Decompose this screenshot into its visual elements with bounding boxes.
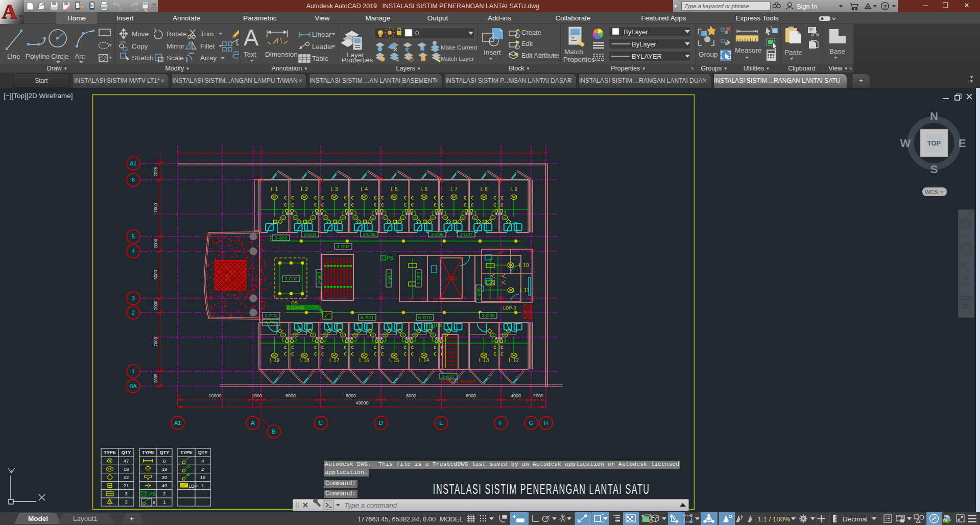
svg-text:TYPE: TYPE (180, 450, 193, 455)
svg-text:3-G07: 3-G07 (460, 232, 472, 237)
svg-text:A: A (2, 0, 17, 23)
svg-text:0A: 0A (130, 383, 137, 389)
svg-text:Linear: Linear (312, 31, 331, 38)
svg-text:I. 19: I. 19 (270, 357, 280, 363)
svg-text:1:1 / 100%: 1:1 / 100% (757, 515, 791, 523)
svg-text:G: G (529, 420, 534, 426)
svg-text:I. 15: I. 15 (389, 357, 399, 363)
svg-text:177663.45, 65382.84, 0.00: 177663.45, 65382.84, 0.00 (357, 515, 436, 523)
svg-text:MODEL: MODEL (440, 515, 463, 523)
svg-text:7600: 7600 (153, 337, 158, 346)
svg-text:I. 18: I. 18 (299, 357, 309, 363)
svg-text:21: 21 (124, 483, 129, 488)
svg-text:0: 0 (415, 29, 419, 37)
svg-text:Match: Match (564, 48, 583, 56)
svg-text:3-G08: 3-G08 (476, 287, 482, 300)
svg-text:Measure: Measure (735, 46, 762, 54)
svg-text:40: 40 (162, 483, 168, 488)
svg-text:6: 6 (132, 177, 135, 183)
svg-text:QTY: QTY (198, 450, 208, 455)
svg-text:1: 1 (201, 483, 204, 488)
svg-text:Layout1: Layout1 (73, 515, 98, 522)
svg-text:Array: Array (200, 54, 217, 62)
svg-text:INSTALASI SISTIM PENERANGAN: INSTALASI SISTIM PENERANGAN LANTAI SATU (433, 482, 650, 497)
svg-text:2-G08: 2-G08 (317, 272, 322, 284)
svg-text:PS: PS (436, 322, 443, 328)
svg-text:Leader: Leader (312, 43, 334, 51)
svg-text:I. 5: I. 5 (391, 186, 398, 192)
svg-text:2035: 2035 (153, 166, 158, 176)
svg-text:+: + (130, 515, 134, 522)
svg-text:TYPE: TYPE (104, 450, 116, 455)
svg-text:K-G11: K-G11 (361, 315, 373, 320)
svg-text:1000: 1000 (252, 393, 262, 398)
svg-text:2: 2 (132, 309, 135, 316)
svg-text:LDP-3: LDP-3 (503, 305, 516, 311)
svg-text:LDP: LDP (188, 484, 198, 489)
svg-text:E: E (439, 420, 443, 426)
svg-text:Fillet: Fillet (200, 42, 215, 50)
svg-text:WCS: WCS (925, 189, 938, 195)
svg-text:QTY: QTY (160, 450, 170, 455)
svg-text:DARI LT. DASAR: DARI LT. DASAR (442, 379, 475, 384)
svg-text:Trim: Trim (200, 30, 214, 38)
svg-text:Edit: Edit (521, 40, 533, 47)
svg-text:Properties: Properties (342, 56, 373, 63)
svg-text:19: 19 (200, 474, 206, 480)
svg-text:2000: 2000 (533, 393, 543, 398)
svg-text:H: H (544, 420, 548, 426)
svg-text:I. 12: I. 12 (509, 357, 519, 363)
svg-text:49000: 49000 (355, 400, 368, 405)
svg-text:8000: 8000 (406, 393, 416, 398)
svg-text:I. 10: I. 10 (519, 262, 529, 268)
svg-text:Move: Move (132, 30, 149, 38)
svg-text:B: B (272, 428, 276, 435)
svg-text:Mirror: Mirror (166, 42, 185, 50)
svg-text:TYPE: TYPE (142, 450, 154, 455)
svg-text:CS: CS (291, 300, 298, 305)
svg-text:Group: Group (699, 51, 718, 58)
svg-text:A: A (244, 26, 259, 50)
svg-text:I. 16: I. 16 (359, 357, 369, 363)
svg-text:Decimal: Decimal (843, 515, 868, 523)
svg-text:QTY: QTY (122, 450, 131, 455)
svg-text:2: 2 (201, 466, 204, 472)
svg-text:TOP: TOP (927, 139, 941, 147)
svg-text:2: 2 (163, 491, 165, 496)
svg-text:1: 1 (163, 499, 165, 505)
svg-text:Stretch: Stretch (132, 54, 154, 62)
svg-text:W: W (900, 137, 911, 150)
svg-text:I. 13: I. 13 (479, 357, 489, 363)
svg-text:A: A (251, 420, 255, 426)
svg-text:3-G02: 3-G02 (337, 244, 349, 249)
svg-text:I. 6: I. 6 (420, 186, 427, 192)
svg-text:I. 2: I. 2 (301, 186, 308, 192)
svg-text:2000: 2000 (153, 300, 158, 310)
svg-text:3-G03: 3-G03 (274, 235, 287, 241)
svg-text:Properties: Properties (563, 56, 595, 63)
svg-text:I. 8: I. 8 (481, 186, 488, 192)
svg-text:Create: Create (521, 29, 541, 36)
svg-text:C: C (319, 420, 323, 426)
svg-text:I. 17: I. 17 (329, 357, 340, 363)
svg-text:S: S (930, 163, 938, 176)
svg-text:I. 3: I. 3 (331, 186, 338, 192)
svg-text:Sign In: Sign In (797, 3, 817, 10)
svg-text:Line: Line (7, 53, 20, 60)
svg-text:Polyline: Polyline (26, 53, 50, 60)
svg-text:5: 5 (132, 233, 135, 240)
svg-text:3-G05: 3-G05 (363, 232, 375, 237)
svg-text:Base: Base (829, 47, 845, 55)
svg-text:BYLAYER: BYLAYER (632, 53, 662, 60)
svg-text:47: 47 (124, 458, 129, 464)
svg-text:10000: 10000 (208, 393, 221, 398)
svg-text:ByLayer: ByLayer (624, 28, 648, 36)
svg-text:N: N (930, 110, 938, 123)
svg-text:3: 3 (125, 491, 127, 496)
svg-text:VOID: VOID (445, 276, 457, 281)
svg-text:3-G06: 3-G06 (431, 232, 443, 237)
svg-text:8000: 8000 (285, 393, 296, 398)
svg-text:20: 20 (162, 474, 168, 480)
svg-text:3: 3 (125, 499, 127, 505)
svg-text:8: 8 (163, 458, 165, 464)
